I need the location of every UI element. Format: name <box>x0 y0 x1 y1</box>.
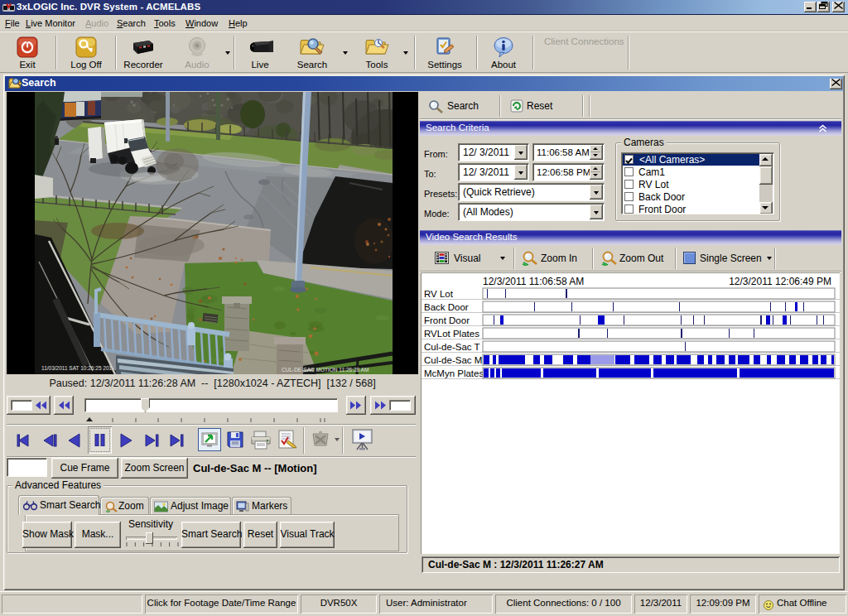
svg-text:11/03/2011 SAT 10:26:25 201: 11/03/2011 SAT 10:26:25 201 <box>41 365 113 371</box>
svg-text:CUL-DE-SAC MOTION 11:26:28 AM: CUL-DE-SAC MOTION 11:26:28 AM <box>282 367 369 373</box>
